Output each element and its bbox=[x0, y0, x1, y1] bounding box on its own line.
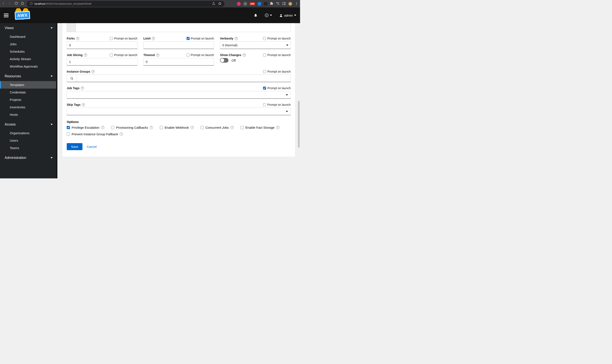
help-icon[interactable]: ? bbox=[101, 126, 104, 129]
sidebar-section-access[interactable]: Access bbox=[0, 119, 57, 129]
menu-icon[interactable] bbox=[295, 2, 298, 6]
help-icon[interactable]: ? bbox=[82, 103, 85, 106]
sidebar-section-administration[interactable]: Administration bbox=[0, 153, 57, 163]
option-checkbox[interactable] bbox=[200, 126, 204, 129]
back-icon[interactable] bbox=[2, 2, 5, 6]
save-button[interactable]: Save bbox=[67, 143, 82, 150]
panel-icon[interactable] bbox=[282, 2, 286, 6]
option-concurrent-jobs[interactable]: Concurrent Jobs ? bbox=[200, 126, 234, 129]
home-icon[interactable] bbox=[21, 2, 24, 6]
main-scrollbar[interactable] bbox=[298, 101, 300, 148]
sidebar-item-hosts[interactable]: Hosts bbox=[0, 111, 57, 118]
sidebar-section-views[interactable]: Views bbox=[0, 23, 57, 33]
help-icon[interactable]: ? bbox=[276, 126, 279, 129]
prompt-on-launch[interactable]: Prompt on launch bbox=[263, 103, 291, 106]
sidebar-item-dashboard[interactable]: Dashboard bbox=[0, 33, 57, 40]
prompt-checkbox[interactable] bbox=[110, 53, 113, 56]
avatar-icon[interactable] bbox=[288, 2, 292, 6]
sidebar-item-schedules[interactable]: Schedules bbox=[0, 48, 57, 55]
bell-icon[interactable] bbox=[254, 13, 258, 17]
sidebar-item-activity-stream[interactable]: Activity Stream bbox=[0, 55, 57, 63]
url-path: :8043/#/templates/job_template/9/edit bbox=[45, 2, 91, 5]
option-enable-webhook[interactable]: Enable Webhook ? bbox=[160, 126, 194, 129]
option-privilege-escalation[interactable]: Privilege Escalation ? bbox=[67, 126, 104, 129]
prompt-on-launch[interactable]: Prompt on launch bbox=[110, 53, 137, 57]
skip-tags-select[interactable] bbox=[67, 108, 291, 115]
job-tags-select[interactable] bbox=[67, 91, 291, 99]
option-checkbox[interactable] bbox=[160, 126, 163, 129]
prompt-checkbox[interactable] bbox=[186, 53, 189, 56]
help-dropdown[interactable]: ? bbox=[265, 13, 272, 17]
ext-icon[interactable] bbox=[243, 2, 247, 6]
help-icon[interactable]: ? bbox=[191, 126, 194, 129]
option-prevent-instance-group-fallback[interactable]: Prevent Instance Group Fallback ? bbox=[67, 132, 123, 136]
prompt-checkbox[interactable] bbox=[263, 103, 266, 106]
sidebar-item-organizations[interactable]: Organizations bbox=[0, 129, 57, 137]
logo[interactable]: AWX bbox=[12, 8, 32, 23]
prompt-on-launch[interactable]: Prompt on launch bbox=[186, 37, 214, 40]
prompt-on-launch[interactable]: Prompt on launch bbox=[263, 86, 291, 90]
ext-icon[interactable] bbox=[264, 2, 267, 6]
extensions-icon[interactable] bbox=[270, 2, 274, 6]
instance-groups-input[interactable] bbox=[67, 75, 291, 82]
cancel-button[interactable]: Cancel bbox=[87, 145, 97, 148]
sidebar-item-users[interactable]: Users bbox=[0, 137, 57, 144]
prompt-checkbox[interactable] bbox=[263, 87, 266, 90]
search-icon[interactable] bbox=[67, 75, 77, 82]
sidebar-section-resources[interactable]: Resources bbox=[0, 71, 57, 81]
help-icon[interactable]: ? bbox=[81, 87, 84, 90]
limit-input[interactable] bbox=[144, 41, 214, 49]
reload-icon[interactable] bbox=[14, 2, 18, 6]
help-icon[interactable]: ? bbox=[235, 37, 238, 40]
prompt-checkbox[interactable] bbox=[186, 37, 189, 40]
prompt-checkbox[interactable] bbox=[263, 53, 266, 56]
address-bar[interactable]: localhost:8043/#/templates/job_template/… bbox=[27, 1, 224, 7]
option-enable-fact-storage[interactable]: Enable Fact Storage ? bbox=[240, 126, 279, 129]
share-icon[interactable] bbox=[212, 2, 215, 6]
prompt-on-launch[interactable]: Prompt on launch bbox=[263, 37, 291, 40]
prompt-checkbox[interactable] bbox=[263, 70, 266, 73]
help-icon[interactable]: ? bbox=[91, 70, 94, 73]
option-checkbox[interactable] bbox=[67, 126, 70, 129]
help-icon[interactable]: ? bbox=[243, 53, 246, 57]
prompt-checkbox[interactable] bbox=[263, 37, 266, 40]
hamburger-button[interactable] bbox=[4, 13, 9, 17]
sidebar-item-credentials[interactable]: Credentials bbox=[0, 89, 57, 96]
bookmark-icon[interactable] bbox=[218, 2, 221, 6]
ext-icon[interactable] bbox=[237, 2, 241, 6]
option-checkbox[interactable] bbox=[240, 126, 244, 129]
option-checkbox[interactable] bbox=[67, 132, 70, 136]
sidebar-item-projects[interactable]: Projects bbox=[0, 96, 57, 104]
sidebar-item-workflow-approvals[interactable]: Workflow Approvals bbox=[0, 63, 57, 70]
option-provisioning-callbacks[interactable]: Provisioning Callbacks ? bbox=[111, 126, 153, 129]
prompt-on-launch[interactable]: Prompt on launch bbox=[263, 70, 291, 73]
sidebar-item-templates[interactable]: Templates bbox=[0, 81, 57, 89]
prompt-on-launch[interactable]: Prompt on launch bbox=[186, 53, 214, 57]
field-label: Instance Groups bbox=[67, 70, 90, 73]
option-checkbox[interactable] bbox=[111, 126, 114, 129]
prompt-on-launch[interactable]: Prompt on launch bbox=[110, 37, 137, 40]
help-icon[interactable]: ? bbox=[150, 126, 153, 129]
user-dropdown[interactable]: admin bbox=[279, 13, 296, 17]
help-icon[interactable]: ? bbox=[76, 37, 79, 40]
job-slicing-input[interactable] bbox=[67, 58, 137, 66]
verbosity-select[interactable]: 0 (Normal) bbox=[220, 41, 291, 49]
show-changes-toggle[interactable] bbox=[220, 58, 228, 63]
timeout-input[interactable] bbox=[144, 58, 214, 66]
ext-icon[interactable] bbox=[258, 2, 261, 6]
prompt-checkbox[interactable] bbox=[110, 37, 113, 40]
sidebar-item-inventories[interactable]: Inventories bbox=[0, 104, 57, 111]
sidebar-item-teams[interactable]: Teams bbox=[0, 144, 57, 152]
help-icon[interactable]: ? bbox=[120, 132, 123, 136]
yaml-editor-bottom[interactable] bbox=[67, 23, 291, 32]
help-icon[interactable]: ? bbox=[152, 37, 155, 40]
forks-input[interactable] bbox=[67, 41, 137, 49]
forward-icon[interactable] bbox=[8, 2, 12, 6]
prompt-on-launch[interactable]: Prompt on launch bbox=[263, 53, 291, 57]
media-icon[interactable] bbox=[276, 2, 280, 6]
help-icon[interactable]: ? bbox=[84, 53, 87, 57]
ext-abp-icon[interactable]: ABP bbox=[250, 2, 255, 5]
help-icon[interactable]: ? bbox=[156, 53, 159, 57]
help-icon[interactable]: ? bbox=[231, 126, 234, 129]
sidebar-item-jobs[interactable]: Jobs bbox=[0, 40, 57, 48]
